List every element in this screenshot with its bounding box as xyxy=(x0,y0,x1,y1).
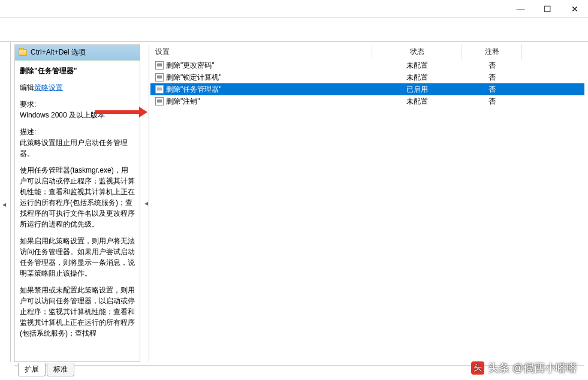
tab-extended[interactable]: 扩展 xyxy=(18,363,46,376)
requirements-label: 要求: xyxy=(20,99,135,110)
details-panel: Ctrl+Alt+Del 选项 删除"任务管理器" 编辑策略设置 要求: Win… xyxy=(14,44,140,362)
folder-icon xyxy=(19,49,27,56)
edit-policy-link[interactable]: 策略设置 xyxy=(34,83,63,92)
edit-row: 编辑策略设置 xyxy=(20,82,135,93)
policy-icon xyxy=(155,61,164,70)
policy-row-selected[interactable]: 删除"任务管理器" 已启用 否 xyxy=(150,83,584,95)
policy-row[interactable]: 删除"注销" 未配置 否 xyxy=(150,95,584,107)
maximize-button[interactable]: ☐ xyxy=(534,0,561,18)
list-body: 删除"更改密码" 未配置 否 删除"锁定计算机" 未配置 否 删除"任务管理器"… xyxy=(150,59,584,107)
policy-list: 设置 状态 注释 删除"更改密码" 未配置 否 删除"锁定计算机" 未配置 否 … xyxy=(149,44,584,362)
policy-icon xyxy=(155,85,164,94)
close-button[interactable]: ✕ xyxy=(561,0,588,18)
list-header: 设置 状态 注释 xyxy=(150,44,584,59)
description-p1: 此策略设置阻止用户启动任务管理器。 xyxy=(20,137,135,159)
description-label: 描述: xyxy=(20,126,135,137)
tree-collapse-handle[interactable] xyxy=(0,42,11,362)
tabs: 扩展 标准 xyxy=(18,363,74,376)
tab-standard[interactable]: 标准 xyxy=(47,363,74,376)
column-setting[interactable]: 设置 xyxy=(150,44,372,59)
column-comment[interactable]: 注释 xyxy=(462,44,522,59)
description-p4: 如果禁用或未配置此策略设置，则用户可以访问任务管理器，以启动或停止程序；监视其计… xyxy=(20,285,135,339)
policy-icon xyxy=(155,73,164,82)
content-panel: 设置 状态 注释 删除"更改密码" 未配置 否 删除"锁定计算机" 未配置 否 … xyxy=(144,44,584,362)
description-p2: 使用任务管理器(taskmgr.exe)，用户可以启动或停止程序；监视其计算机性… xyxy=(20,165,135,230)
description-p3: 如果启用此策略设置，则用户将无法访问任务管理器。如果用户尝试启动任务管理器，则将… xyxy=(20,236,135,279)
titlebar: — ☐ ✕ xyxy=(0,0,588,18)
policy-row[interactable]: 删除"更改密码" 未配置 否 xyxy=(150,59,584,71)
policy-row[interactable]: 删除"锁定计算机" 未配置 否 xyxy=(150,71,584,83)
policy-icon xyxy=(155,97,164,105)
watermark-icon: 头 xyxy=(471,361,484,375)
policy-title: 删除"任务管理器" xyxy=(20,65,135,76)
details-body: 删除"任务管理器" 编辑策略设置 要求: Windows 2000 及以上版本 … xyxy=(15,61,140,361)
minimize-button[interactable]: — xyxy=(507,0,534,18)
splitter-handle[interactable] xyxy=(144,44,149,362)
column-status[interactable]: 状态 xyxy=(372,44,462,59)
toolbar xyxy=(0,18,588,42)
details-header: Ctrl+Alt+Del 选项 xyxy=(15,45,140,61)
header-title: Ctrl+Alt+Del 选项 xyxy=(31,47,86,58)
watermark: 头 头条 @偶西小嗒嗒 xyxy=(471,361,577,375)
annotation-arrow xyxy=(95,110,140,114)
